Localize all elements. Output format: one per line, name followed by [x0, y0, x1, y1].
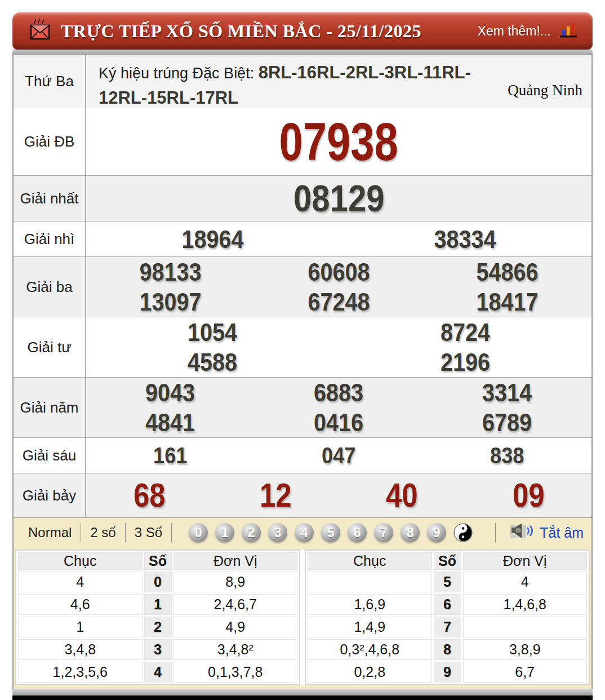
- prize-label: Giải sáu: [14, 438, 86, 473]
- table-row: 124,9: [18, 617, 297, 637]
- column-header: Số: [434, 552, 461, 570]
- table-row: 408,9: [18, 571, 297, 592]
- prize-numbers: 1896438334: [86, 221, 591, 256]
- mode-button-3[interactable]: 3 Số: [128, 525, 169, 540]
- divider: [125, 523, 126, 542]
- prize-number: 67248: [308, 289, 370, 314]
- prize-label: Giải bảy: [14, 473, 86, 517]
- ball-4[interactable]: 4: [295, 523, 314, 542]
- prize-numbers: 981336060854866130976724818417: [86, 257, 591, 317]
- table-cell: 1,2,3,5,6: [18, 662, 143, 683]
- yin-yang-icon[interactable]: [453, 523, 473, 542]
- prize-number: 98133: [139, 259, 201, 285]
- prize-number: 2196: [441, 349, 490, 375]
- prize-number: 40: [386, 479, 418, 512]
- table-cell: 4: [18, 571, 143, 592]
- mute-button[interactable]: Tắt âm: [540, 525, 584, 541]
- prize-number: 4841: [145, 410, 195, 435]
- table-cell: 5: [434, 571, 461, 592]
- mode-button-1[interactable]: Normal: [21, 525, 78, 540]
- prize-label: Giải nhì: [14, 221, 86, 256]
- prize-row: Giải nhất08129: [14, 175, 591, 221]
- prize-number: 047: [322, 444, 355, 467]
- speaker-icon[interactable]: [510, 523, 534, 542]
- footer-black-bar: [12, 695, 593, 700]
- prize-numbers: 161047838: [86, 438, 591, 473]
- table-cell: 3,4,8²: [174, 639, 298, 660]
- ball-6[interactable]: 6: [348, 523, 367, 542]
- table-cell: 4,9: [174, 617, 298, 637]
- prize-number: 1054: [188, 320, 237, 345]
- prize-row: Giải bảy68124009: [14, 473, 591, 517]
- prize-number: 12: [260, 479, 292, 512]
- prize-row: Giải ĐB07938: [14, 108, 591, 175]
- prize-number: 18417: [476, 289, 538, 314]
- column-header: Đơn Vị: [463, 552, 588, 570]
- prize-number: 9043: [145, 380, 195, 405]
- see-more-link[interactable]: Xem thêm!...: [478, 24, 551, 39]
- digit-table-right: ChụcSốĐơn Vị541,6,961,4,6,81,4,970,3²,4,…: [305, 550, 590, 685]
- prize-label: Giải ba: [14, 257, 86, 317]
- ball-7[interactable]: 7: [374, 523, 393, 542]
- table-row: 4,612,4,6,7: [18, 594, 297, 615]
- ball-1[interactable]: 1: [215, 523, 234, 542]
- day-label: Thứ Ba: [14, 55, 86, 108]
- table-cell: 1,6,9: [308, 594, 432, 615]
- number-balls: 0123456789: [189, 523, 446, 542]
- ball-2[interactable]: 2: [242, 523, 261, 542]
- ball-8[interactable]: 8: [401, 523, 420, 542]
- prize-row: Giải sáu161047838: [14, 437, 591, 473]
- table-row: 3,4,833,4,8²: [18, 639, 297, 660]
- province-name: Quảng Ninh: [508, 78, 582, 103]
- footer-silver-strip: [12, 689, 593, 695]
- ball-5[interactable]: 5: [321, 523, 340, 542]
- prize-number: 0416: [314, 410, 363, 435]
- bar-chart-icon[interactable]: [559, 21, 578, 41]
- column-header: Số: [144, 552, 172, 570]
- results-rows: Giải ĐB07938Giải nhất08129Giải nhì189643…: [14, 108, 591, 517]
- prize-row: Giải nhì1896438334: [14, 221, 591, 256]
- table-cell: 2: [144, 617, 172, 637]
- column-header: Chục: [308, 552, 432, 570]
- table-cell: 0,3²,4,6,8: [308, 639, 432, 660]
- prize-number: 60608: [308, 259, 370, 285]
- table-cell: 1: [18, 617, 143, 637]
- table-cell: 8,9: [174, 571, 298, 592]
- prize-number: 38334: [434, 227, 496, 252]
- ball-0[interactable]: 0: [189, 523, 208, 542]
- prize-number: 3314: [482, 380, 532, 405]
- prize-number: 6789: [482, 410, 532, 435]
- prize-number: 8724: [441, 320, 490, 345]
- mode-button-2[interactable]: 2 số: [83, 525, 122, 540]
- control-bar: Normal2 số3 Số 0123456789: [14, 517, 591, 547]
- prize-label: Giải tư: [14, 317, 86, 377]
- prize-number: 161: [153, 444, 187, 467]
- table-cell: 3: [144, 639, 172, 660]
- results-panel: Thứ Ba Ký hiệu trúng Đặc Biệt: 8RL-16RL-…: [12, 54, 593, 689]
- table-cell: 6,7: [463, 662, 588, 683]
- ball-3[interactable]: 3: [268, 523, 287, 542]
- symbol-body: Ký hiệu trúng Đặc Biệt: 8RL-16RL-2RL-3RL…: [86, 55, 591, 108]
- digit-table-left: ChụcSốĐơn Vị408,94,612,4,6,7124,93,4,833…: [15, 550, 300, 685]
- prize-numbers: 07938: [86, 108, 591, 175]
- prize-numbers: 68124009: [86, 473, 591, 517]
- ball-9[interactable]: 9: [427, 523, 446, 542]
- header-bar: TRỰC TIẾP XỔ SỐ MIỀN BẮC - 25/11/2025 Xe…: [12, 12, 593, 50]
- table-cell: [308, 571, 432, 592]
- digit-summary-area: ChụcSốĐơn Vị408,94,612,4,6,7124,93,4,833…: [14, 547, 591, 689]
- lottery-page: TRỰC TIẾP XỔ SỐ MIỀN BẮC - 25/11/2025 Xe…: [0, 0, 605, 700]
- prize-label: Giải nhất: [14, 176, 86, 221]
- table-row: 1,2,3,5,640,1,3,7,8: [18, 662, 297, 683]
- divider: [495, 523, 496, 542]
- prize-number: 4588: [188, 349, 237, 375]
- divider: [81, 523, 81, 542]
- prize-row: Giải năm904368833314484104166789: [14, 377, 591, 437]
- table-cell: 6: [434, 594, 461, 615]
- prize-numbers: 904368833314484104166789: [86, 378, 591, 437]
- table-cell: 0,1,3,7,8: [174, 662, 298, 683]
- table-cell: 4,6: [18, 594, 143, 615]
- table-row: 1,6,961,4,6,8: [308, 594, 587, 615]
- table-row: 54: [308, 571, 587, 592]
- envelope-icon: [28, 17, 53, 45]
- table-row: 0,3²,4,6,883,8,9: [308, 639, 587, 660]
